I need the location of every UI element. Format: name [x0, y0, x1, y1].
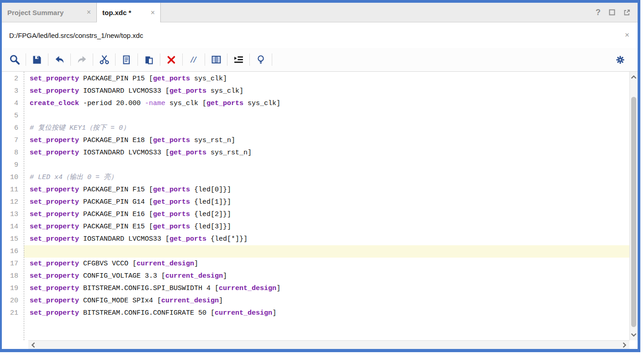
toolbar-separator — [93, 53, 93, 66]
code-line-text[interactable]: set_property IOSTANDARD LVCMOS33 [get_po… — [24, 85, 629, 97]
code-line-15[interactable]: 15set_property IOSTANDARD LVCMOS33 [get_… — [2, 233, 629, 245]
code-line-16[interactable]: 16 — [2, 245, 629, 258]
toggle-comment-button[interactable]: // — [184, 52, 204, 68]
redo-button[interactable] — [72, 52, 92, 68]
save-button[interactable] — [27, 52, 47, 68]
tab-top-xdc[interactable]: top.xdc * × — [97, 3, 161, 22]
code-line-20[interactable]: 20set_property CONFIG_MODE SPIx4 [curren… — [2, 295, 629, 307]
code-line-2[interactable]: 2set_property PACKAGE_PIN P15 [get_ports… — [2, 73, 629, 85]
close-icon[interactable]: × — [625, 31, 629, 40]
float-window-icon[interactable] — [623, 9, 630, 16]
code-line-18[interactable]: 18set_property CONFIG_VOLTAGE 3.3 [curre… — [2, 270, 629, 282]
undo-icon — [54, 54, 65, 65]
code-line-9[interactable]: 9 — [2, 159, 629, 171]
toolbar-separator — [249, 53, 250, 66]
chevron-down-icon — [631, 333, 637, 337]
code-line-text[interactable]: set_property BITSTREAM.CONFIG.CONFIGRATE… — [24, 307, 629, 319]
tab-project-summary[interactable]: Project Summary × — [2, 3, 97, 22]
code-line-4[interactable]: 4create_clock -period 20.000 -name sys_c… — [2, 97, 629, 110]
code-line-21[interactable]: 21set_property BITSTREAM.CONFIG.CONFIGRA… — [2, 307, 629, 319]
toolbar-separator — [48, 53, 48, 66]
vertical-scroll-thumb[interactable] — [631, 97, 636, 327]
code-lines[interactable]: 2set_property PACKAGE_PIN P15 [get_ports… — [2, 72, 629, 340]
code-line-text[interactable]: set_property PACKAGE_PIN F15 [get_ports … — [24, 184, 629, 196]
paste-button[interactable] — [139, 52, 159, 68]
delete-icon — [166, 54, 177, 65]
toolbar-separator — [137, 53, 138, 66]
code-line-text[interactable] — [24, 159, 629, 171]
code-line-6[interactable]: 6# 复位按键 KEY1（按下 = 0） — [2, 122, 629, 134]
delete-button[interactable] — [161, 52, 181, 68]
column-selection-button[interactable] — [206, 52, 226, 68]
tab-project-summary-label: Project Summary — [7, 9, 63, 16]
undo-button[interactable] — [49, 52, 69, 68]
chevron-right-icon — [623, 342, 626, 348]
copy-button[interactable] — [116, 52, 137, 68]
code-line-text[interactable]: set_property IOSTANDARD LVCMOS33 [get_po… — [24, 147, 629, 159]
code-line-7[interactable]: 7set_property PACKAGE_PIN E18 [get_ports… — [2, 134, 629, 147]
vertical-scrollbar[interactable] — [629, 72, 638, 340]
line-number: 11 — [2, 184, 24, 196]
toolbar-separator — [182, 53, 183, 66]
settings-button[interactable] — [610, 52, 630, 68]
line-number: 17 — [2, 258, 24, 270]
scrollbar-corner — [629, 340, 638, 349]
comment-slashes-icon: // — [191, 55, 197, 65]
toolbar-separator — [115, 53, 116, 66]
code-line-text[interactable]: set_property PACKAGE_PIN E18 [get_ports … — [24, 134, 629, 147]
line-number: 19 — [2, 282, 24, 295]
toolbar-separator — [70, 53, 71, 66]
help-icon[interactable]: ? — [596, 8, 601, 17]
scroll-down-button[interactable] — [630, 331, 638, 338]
close-icon[interactable]: × — [86, 8, 92, 16]
code-line-10[interactable]: 10# LED x4（输出 0 = 亮） — [2, 171, 629, 184]
code-line-12[interactable]: 12set_property PACKAGE_PIN G14 [get_port… — [2, 196, 629, 208]
code-line-text[interactable]: set_property PACKAGE_PIN G14 [get_ports … — [24, 196, 629, 208]
scroll-up-button[interactable] — [630, 74, 638, 81]
line-number: 10 — [2, 171, 24, 184]
code-line-11[interactable]: 11set_property PACKAGE_PIN F15 [get_port… — [2, 184, 629, 196]
indent-button[interactable] — [228, 52, 248, 68]
scroll-right-button[interactable] — [623, 342, 626, 348]
horizontal-scrollbar-row — [2, 340, 638, 349]
code-line-19[interactable]: 19set_property BITSTREAM.CONFIG.SPI_BUSW… — [2, 282, 629, 295]
editor-toolbar: // — [2, 48, 638, 72]
code-line-text[interactable]: set_property PACKAGE_PIN P15 [get_ports … — [24, 73, 629, 85]
language-templates-button[interactable] — [251, 52, 271, 68]
tab-top-xdc-label: top.xdc * — [102, 9, 131, 16]
save-icon — [32, 54, 42, 65]
line-number: 18 — [2, 270, 24, 282]
code-line-text[interactable]: set_property CONFIG_VOLTAGE 3.3 [current… — [24, 270, 629, 282]
code-line-text[interactable]: set_property PACKAGE_PIN E15 [get_ports … — [24, 221, 629, 233]
toolbar-separator — [272, 53, 272, 66]
line-number: 5 — [2, 110, 24, 122]
line-number: 2 — [2, 73, 24, 85]
code-line-14[interactable]: 14set_property PACKAGE_PIN E15 [get_port… — [2, 221, 629, 233]
code-line-13[interactable]: 13set_property PACKAGE_PIN E16 [get_port… — [2, 208, 629, 221]
maximize-icon[interactable] — [609, 9, 615, 16]
code-line-text[interactable] — [24, 110, 629, 122]
code-line-3[interactable]: 3set_property IOSTANDARD LVCMOS33 [get_p… — [2, 85, 629, 97]
code-line-text[interactable]: set_property IOSTANDARD LVCMOS33 [get_po… — [24, 233, 629, 245]
line-number: 14 — [2, 221, 24, 233]
code-line-text[interactable]: set_property CFGBVS VCCO [current_design… — [24, 258, 629, 270]
code-line-text[interactable]: set_property BITSTREAM.CONFIG.SPI_BUSWID… — [24, 282, 629, 295]
horizontal-scrollbar[interactable] — [28, 340, 629, 349]
redo-icon — [76, 54, 88, 65]
current-line-highlight[interactable] — [24, 245, 629, 258]
code-line-8[interactable]: 8set_property IOSTANDARD LVCMOS33 [get_p… — [2, 147, 629, 159]
code-line-text[interactable]: # LED x4（输出 0 = 亮） — [24, 171, 629, 184]
line-number: 21 — [2, 307, 24, 319]
find-button[interactable] — [5, 52, 25, 68]
code-line-17[interactable]: 17set_property CFGBVS VCCO [current_desi… — [2, 258, 629, 270]
code-line-text[interactable]: set_property CONFIG_MODE SPIx4 [current_… — [24, 295, 629, 307]
cut-button[interactable] — [94, 52, 114, 68]
line-number: 16 — [2, 245, 24, 258]
code-editor-pane[interactable]: 2set_property PACKAGE_PIN P15 [get_ports… — [2, 72, 638, 340]
code-line-5[interactable]: 5 — [2, 110, 629, 122]
scroll-left-button[interactable] — [32, 342, 35, 348]
code-line-text[interactable]: create_clock -period 20.000 -name sys_cl… — [24, 97, 629, 110]
close-icon[interactable]: × — [150, 9, 156, 17]
code-line-text[interactable]: set_property PACKAGE_PIN E16 [get_ports … — [24, 208, 629, 221]
code-line-text[interactable]: # 复位按键 KEY1（按下 = 0） — [24, 122, 629, 134]
